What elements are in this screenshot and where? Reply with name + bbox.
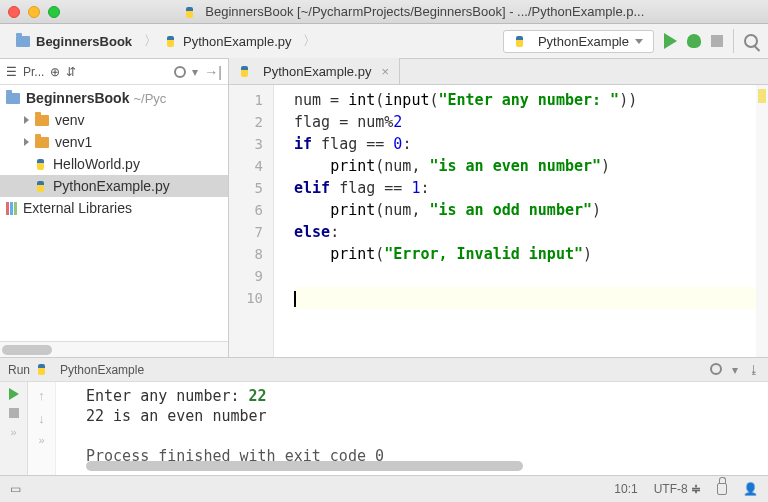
down-icon[interactable]: ↓ <box>38 411 45 426</box>
tree-item-helloworld[interactable]: HelloWorld.py <box>0 153 228 175</box>
up-icon[interactable]: ↑ <box>38 388 45 403</box>
gear-icon[interactable] <box>174 66 186 78</box>
search-icon[interactable] <box>744 34 758 48</box>
breadcrumb-separator: 〉 <box>144 32 157 50</box>
navigation-bar: BeginnersBook 〉 PythonExample.py 〉 Pytho… <box>0 24 768 59</box>
inspector-icon[interactable]: 👤 <box>743 482 758 496</box>
target-icon[interactable]: ⊕ <box>50 65 60 79</box>
sidebar-scrollbar[interactable] <box>0 341 228 357</box>
folder-icon <box>16 36 30 47</box>
tree-item-venv[interactable]: venv <box>0 109 228 131</box>
library-icon <box>6 202 17 215</box>
hide-icon[interactable]: →| <box>204 64 222 80</box>
breadcrumb-separator: 〉 <box>303 32 316 50</box>
tree-item-pythonexample[interactable]: PythonExample.py <box>0 175 228 197</box>
collapse-icon[interactable]: ⇵ <box>66 65 76 79</box>
gear-icon[interactable] <box>710 363 722 375</box>
rerun-button[interactable] <box>9 388 19 400</box>
folder-icon <box>35 115 49 126</box>
tree-root[interactable]: BeginnersBook ~/Pyc <box>0 87 228 109</box>
chevron-down-icon <box>635 39 643 44</box>
stop-button[interactable] <box>711 35 723 47</box>
encoding-selector[interactable]: UTF-8 ≑ <box>654 482 701 496</box>
more-actions[interactable]: » <box>10 426 16 438</box>
status-icon[interactable]: ▭ <box>10 482 21 496</box>
python-file-icon <box>35 157 49 171</box>
stop-run-button[interactable] <box>9 408 19 418</box>
debug-button[interactable] <box>687 34 701 48</box>
console-output[interactable]: Enter any number: 22 22 is an even numbe… <box>56 382 768 475</box>
run-toolbar: » <box>0 382 28 475</box>
code-area[interactable]: num = int(input("Enter any number: ")) f… <box>274 85 768 357</box>
project-tree[interactable]: BeginnersBook ~/Pyc venv venv1 HelloWorl… <box>0 85 228 341</box>
titlebar: BeginnersBook [~/PycharmProjects/Beginne… <box>0 0 768 24</box>
editor-tabs: PythonExample.py × <box>229 59 768 85</box>
scrollbar-thumb[interactable] <box>2 345 52 355</box>
close-tab-icon[interactable]: × <box>381 64 389 79</box>
scrollbar-thumb[interactable] <box>86 461 523 471</box>
divider <box>733 29 734 53</box>
run-toolbar-secondary: ↑ ↓ » <box>28 382 56 475</box>
run-panel-header[interactable]: Run PythonExample ▾ ⭳ <box>0 358 768 382</box>
folder-icon <box>35 137 49 148</box>
zoom-window-button[interactable] <box>48 6 60 18</box>
run-button[interactable] <box>664 33 677 49</box>
python-file-icon <box>514 34 528 48</box>
project-sidebar: ☰ Pr... ⊕ ⇵ ▾ →| BeginnersBook ~/Pyc ven… <box>0 59 229 357</box>
python-file-icon <box>35 179 49 193</box>
minimize-window-button[interactable] <box>28 6 40 18</box>
more-icon[interactable]: ▾ <box>192 65 198 79</box>
breadcrumb-file[interactable]: PythonExample.py <box>159 32 297 51</box>
window-title: BeginnersBook [~/PycharmProjects/Beginne… <box>68 4 760 20</box>
caret-position[interactable]: 10:1 <box>614 482 637 496</box>
text-cursor <box>294 291 296 307</box>
status-bar: ▭ 10:1 UTF-8 ≑ 👤 <box>0 475 768 502</box>
sidebar-header: ☰ Pr... ⊕ ⇵ ▾ →| <box>0 59 228 85</box>
console-scrollbar[interactable] <box>86 461 758 473</box>
expand-icon[interactable] <box>24 138 29 146</box>
download-icon[interactable]: ⭳ <box>748 363 760 377</box>
tree-external-libraries[interactable]: External Libraries <box>0 197 228 219</box>
lock-icon[interactable] <box>717 483 727 495</box>
run-config-selector[interactable]: PythonExample <box>503 30 654 53</box>
python-file-icon <box>36 363 50 377</box>
more-actions[interactable]: » <box>38 434 44 446</box>
python-file-icon <box>165 34 179 48</box>
tree-item-venv1[interactable]: venv1 <box>0 131 228 153</box>
more-icon[interactable]: ▾ <box>732 363 738 377</box>
editor: PythonExample.py × 123 456 789 10 num = … <box>229 59 768 357</box>
close-window-button[interactable] <box>8 6 20 18</box>
breadcrumb-project[interactable]: BeginnersBook <box>10 32 138 51</box>
line-gutter[interactable]: 123 456 789 10 <box>229 85 274 357</box>
expand-icon[interactable] <box>24 116 29 124</box>
editor-tab-pythonexample[interactable]: PythonExample.py × <box>229 58 400 84</box>
run-panel: Run PythonExample ▾ ⭳ » ↑ ↓ » Enter any … <box>0 357 768 475</box>
sidebar-title[interactable]: Pr... <box>23 65 44 79</box>
python-file-icon <box>239 64 253 78</box>
marker-stripe[interactable] <box>756 85 768 357</box>
folder-icon <box>6 93 20 104</box>
warning-marker[interactable] <box>758 89 766 103</box>
pycharm-icon <box>184 5 198 19</box>
